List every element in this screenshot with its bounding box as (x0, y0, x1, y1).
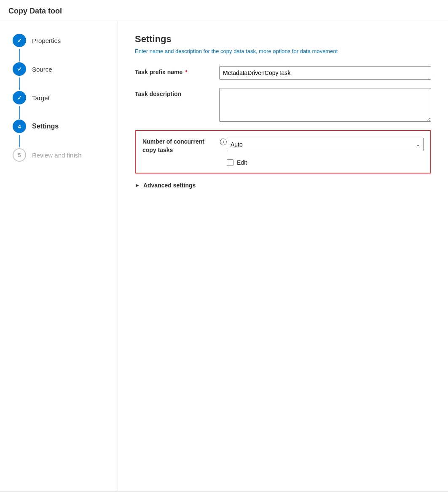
chevron-right-icon: ► (135, 182, 140, 188)
concurrent-dropdown-wrapper: Auto 1 2 4 8 16 ⌄ (227, 138, 424, 151)
advanced-settings-row[interactable]: ► Advanced settings (135, 182, 431, 189)
task-prefix-input[interactable] (219, 66, 431, 80)
step-circle-4: 4 (13, 120, 26, 133)
edit-label: Edit (237, 159, 247, 166)
footer: ‹ Previous Next › (0, 491, 448, 494)
concurrent-row: Number of concurrent copy tasks i Auto 1… (142, 138, 424, 154)
edit-checkbox[interactable] (227, 159, 233, 166)
task-description-label: Task description (135, 88, 219, 97)
app-title: Copy Data tool (0, 0, 448, 21)
step-circle-2: ✓ (13, 62, 26, 76)
sidebar-item-review[interactable]: 5 Review and finish (13, 148, 118, 162)
sidebar-item-source[interactable]: ✓ Source (13, 62, 118, 76)
sidebar-item-target[interactable]: ✓ Target (13, 91, 118, 104)
form-section: Settings Enter name and description for … (135, 34, 431, 491)
concurrent-highlighted-box: Number of concurrent copy tasks i Auto 1… (135, 130, 431, 174)
step-label-properties: Properties (32, 37, 61, 44)
step-circle-5: 5 (13, 148, 26, 162)
task-prefix-label: Task prefix name * (135, 66, 219, 75)
task-description-row: Task description (135, 88, 431, 122)
info-icon[interactable]: i (220, 139, 227, 145)
concurrent-dropdown[interactable]: Auto 1 2 4 8 16 (227, 138, 424, 151)
page-subtitle: Enter name and description for the copy … (135, 48, 431, 54)
required-star: * (183, 69, 187, 75)
step-label-source: Source (32, 66, 52, 73)
step-circle-3: ✓ (13, 91, 26, 104)
step-label-review: Review and finish (32, 152, 82, 159)
sidebar: ✓ Properties ✓ Source ✓ Target 4 Setting… (0, 21, 118, 491)
concurrent-label: Number of concurrent copy tasks i (142, 138, 227, 154)
task-prefix-row: Task prefix name * (135, 66, 431, 80)
sidebar-item-settings[interactable]: 4 Settings (13, 120, 118, 133)
content-area: Settings Enter name and description for … (118, 21, 448, 491)
edit-row: Edit (227, 159, 424, 166)
page-title: Settings (135, 34, 431, 45)
step-circle-1: ✓ (13, 34, 26, 47)
step-label-settings: Settings (32, 123, 59, 130)
task-description-input[interactable] (219, 88, 431, 122)
sidebar-item-properties[interactable]: ✓ Properties (13, 34, 118, 47)
advanced-settings-label: Advanced settings (143, 182, 196, 189)
step-label-target: Target (32, 94, 50, 101)
